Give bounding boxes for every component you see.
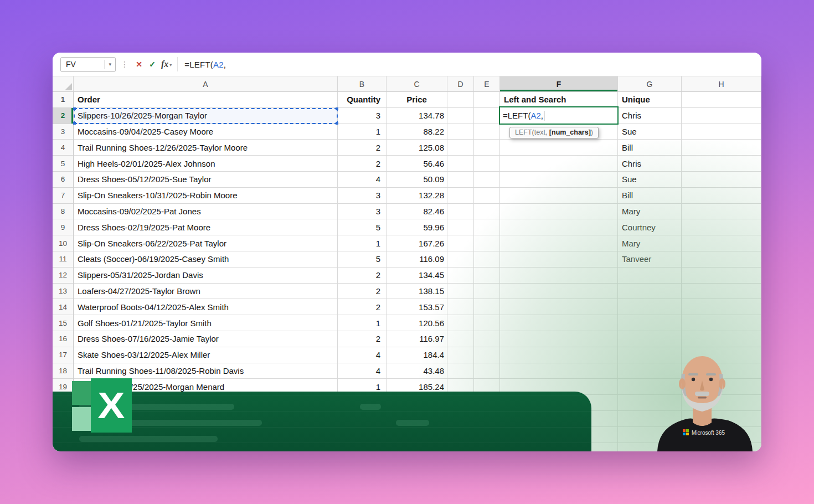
cell-h[interactable] xyxy=(682,363,761,379)
cell-d[interactable] xyxy=(447,347,474,363)
cell-order[interactable]: Slip-On Sneakers-10/31/2025-Robin Moore xyxy=(74,188,338,204)
cell-unique[interactable]: Courtney xyxy=(618,219,682,235)
cell-h[interactable] xyxy=(682,172,761,188)
cell-left-and-search[interactable] xyxy=(500,140,618,156)
cell-price[interactable]: 56.46 xyxy=(387,156,447,172)
select-all-corner[interactable] xyxy=(53,76,74,91)
col-header-f[interactable]: F xyxy=(500,76,618,91)
cell-price[interactable]: 116.09 xyxy=(387,251,447,268)
cell-e[interactable] xyxy=(474,299,500,315)
col-header-b[interactable]: B xyxy=(338,76,387,91)
cell-e[interactable] xyxy=(474,251,500,268)
col-header-c[interactable]: C xyxy=(387,76,447,91)
cell-quantity[interactable]: 2 xyxy=(338,331,387,347)
cell-d[interactable] xyxy=(447,219,474,235)
cell-order[interactable]: High Heels-02/01/2025-Alex Johnson xyxy=(74,156,338,172)
row-number[interactable]: 17 xyxy=(53,347,74,363)
cell-e[interactable] xyxy=(474,92,500,108)
cell-h[interactable] xyxy=(682,379,761,395)
cell-h[interactable] xyxy=(682,268,761,284)
cell-left-and-search[interactable] xyxy=(500,363,618,379)
cell-left-and-search[interactable] xyxy=(500,315,618,331)
cell-quantity[interactable]: 3 xyxy=(338,108,387,124)
cell-unique[interactable]: Mary xyxy=(618,235,682,251)
cell-price[interactable]: 116.97 xyxy=(387,331,447,347)
cell-left-and-search[interactable] xyxy=(500,219,618,235)
cell-d[interactable] xyxy=(447,235,474,251)
cell-order[interactable]: Moccasins-09/02/2025-Pat Jones xyxy=(74,204,338,220)
cell-left-and-search[interactable] xyxy=(500,299,618,315)
cancel-icon[interactable]: ✕ xyxy=(132,60,146,69)
cell-order[interactable]: Cleats (Soccer)-06/19/2025-Casey Smith xyxy=(74,251,338,268)
cell-unique[interactable]: Tanveer xyxy=(618,251,682,268)
cell-unique[interactable]: Bill xyxy=(618,188,682,204)
cell-left-and-search[interactable] xyxy=(500,204,618,220)
cell-d[interactable] xyxy=(447,204,474,220)
cell-quantity[interactable]: 2 xyxy=(338,299,387,315)
cell-unique[interactable] xyxy=(618,299,682,315)
cell-quantity[interactable]: 3 xyxy=(338,188,387,204)
cell-price[interactable]: 138.15 xyxy=(387,284,447,300)
cell-quantity[interactable]: 4 xyxy=(338,172,387,188)
cell-unique[interactable]: Chris xyxy=(618,108,682,124)
cell-h[interactable] xyxy=(682,251,761,268)
cell-h[interactable] xyxy=(682,92,761,108)
cell-unique[interactable] xyxy=(618,331,682,347)
cell-order[interactable]: Dress Shoes-07/16/2025-Jamie Taylor xyxy=(74,331,338,347)
cell[interactable] xyxy=(618,443,682,451)
cell-price[interactable]: 88.22 xyxy=(387,124,447,140)
cell-left-and-search[interactable] xyxy=(500,251,618,268)
cell[interactable] xyxy=(618,411,682,427)
cell-d[interactable] xyxy=(447,331,474,347)
cell-left-and-search[interactable] xyxy=(500,284,618,300)
cell-quantity[interactable]: 1 xyxy=(338,235,387,251)
cell-e[interactable] xyxy=(474,140,500,156)
cell[interactable] xyxy=(618,395,682,411)
cell-d[interactable] xyxy=(447,315,474,331)
cell-order[interactable]: Slippers-10/26/2025-Morgan Taylor xyxy=(74,108,338,124)
row-number[interactable]: 9 xyxy=(53,219,74,235)
cell-order[interactable]: Moccasins-09/04/2025-Casey Moore xyxy=(74,124,338,140)
row-number[interactable]: 10 xyxy=(53,235,74,251)
cell-unique[interactable] xyxy=(618,379,682,395)
header-left-and-search[interactable]: Left and Search xyxy=(500,92,618,108)
header-quantity[interactable]: Quantity xyxy=(338,92,387,108)
cell-quantity[interactable]: 4 xyxy=(338,347,387,363)
cell-price[interactable]: 153.57 xyxy=(387,299,447,315)
cell-order[interactable]: Golf Shoes-01/21/2025-Taylor Smith xyxy=(74,315,338,331)
cell[interactable] xyxy=(618,427,682,443)
cell-price[interactable]: 82.46 xyxy=(387,204,447,220)
cell[interactable] xyxy=(682,395,761,411)
row-number[interactable]: 2 xyxy=(53,108,74,124)
cell-e[interactable] xyxy=(474,204,500,220)
cell-d[interactable] xyxy=(447,156,474,172)
cell-h[interactable] xyxy=(682,140,761,156)
cell-e[interactable] xyxy=(474,331,500,347)
cell-h[interactable] xyxy=(682,219,761,235)
row-number[interactable]: 16 xyxy=(53,331,74,347)
cell-h[interactable] xyxy=(682,188,761,204)
row-number[interactable]: 7 xyxy=(53,188,74,204)
cell-price[interactable]: 132.28 xyxy=(387,188,447,204)
cell-left-and-search[interactable] xyxy=(500,268,618,284)
row-number[interactable]: 1 xyxy=(53,92,74,108)
cell-left-and-search[interactable] xyxy=(500,347,618,363)
cell-price[interactable]: 43.48 xyxy=(387,363,447,379)
cell-quantity[interactable]: 3 xyxy=(338,204,387,220)
fx-dropdown-icon[interactable]: ▾ xyxy=(169,63,172,68)
cell-order[interactable]: Dress Shoes-02/19/2025-Pat Moore xyxy=(74,219,338,235)
cell-order[interactable]: Trail Running Shoes-12/26/2025-Taylor Mo… xyxy=(74,140,338,156)
active-cell-editor-f2[interactable]: =LEFT(A2, xyxy=(499,106,619,125)
row-number[interactable]: 15 xyxy=(53,315,74,331)
cell-unique[interactable]: Mary xyxy=(618,204,682,220)
cell-e[interactable] xyxy=(474,347,500,363)
cell-unique[interactable] xyxy=(618,315,682,331)
cell-price[interactable]: 59.96 xyxy=(387,219,447,235)
cell-e[interactable] xyxy=(474,172,500,188)
cell-price[interactable]: 120.56 xyxy=(387,315,447,331)
cell-h[interactable] xyxy=(682,347,761,363)
cell-e[interactable] xyxy=(474,188,500,204)
cell-e[interactable] xyxy=(474,156,500,172)
cell-order[interactable]: Loafers-04/27/2025-Taylor Brown xyxy=(74,284,338,300)
header-unique[interactable]: Unique xyxy=(618,92,682,108)
